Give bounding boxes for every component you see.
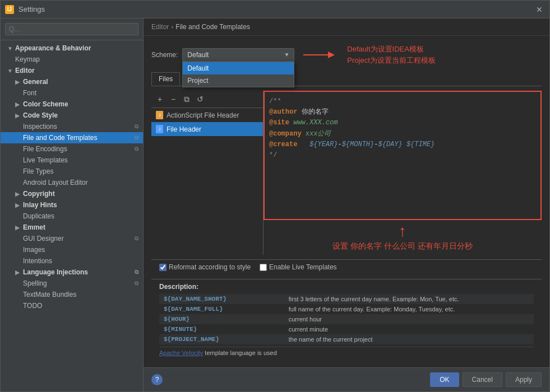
sidebar-item-live-templates[interactable]: Live Templates [1,155,143,166]
code-line: @create ${YEAR}-${MONTH}-${DAY} ${TIME} [269,139,536,150]
sidebar-item-label: File and Code Templates [23,134,98,142]
desc-value: current hour [284,314,534,324]
breadcrumb-root: Editor [151,23,169,31]
sidebar-item-file-encodings[interactable]: File Encodings⧉ [1,143,143,155]
breadcrumb-current: File and Code Templates [175,23,250,31]
description-footer: Apache Velocity template language is use… [159,347,534,358]
apache-velocity-link[interactable]: Apache Velocity [159,349,203,356]
desc-key: ${DAY_NAME_FULL} [159,304,284,314]
sidebar-item-label: Keymap [15,55,40,63]
desc-value: current minute [284,324,534,334]
sidebar-item-copyright[interactable]: ▶Copyright [1,188,143,199]
cancel-button[interactable]: Cancel [463,372,502,387]
sidebar-item-todo[interactable]: TODO [1,300,143,311]
description-panel: Description: ${DAY_NAME_SHORT}first 3 le… [151,279,542,362]
apply-button[interactable]: Apply [506,372,542,387]
search-input[interactable] [5,23,138,35]
sidebar-item-textmate-bundles[interactable]: TextMate Bundles [1,289,143,300]
sidebar-item-editor[interactable]: ▼Editor [1,65,143,76]
sidebar-item-label: Copyright [23,190,55,198]
reset-template-button[interactable]: ↺ [194,93,206,105]
live-templates-checkbox[interactable] [260,264,267,271]
dropdown-option-project[interactable]: Project [183,74,294,87]
scheme-row: Scheme: Default ▼ DefaultProject [151,41,542,68]
sidebar-item-gui-designer[interactable]: GUI Designer⧉ [1,233,143,244]
sidebar-item-spelling[interactable]: Spelling⧉ [1,278,143,289]
sidebar-item-language-injections[interactable]: ▶Language Injections⧉ [1,267,143,278]
arrow-icon: ▶ [15,225,22,231]
search-box [1,18,143,40]
description-row: ${HOUR}current hour [159,314,534,324]
arrow-icon: ▶ [15,202,22,208]
bottom-controls-bar: Reformat according to style Enable Live … [151,259,542,274]
tab-files[interactable]: Files [151,72,180,86]
sidebar-item-label: Language Injections [23,268,88,276]
sidebar-item-label: TextMate Bundles [23,291,76,298]
titlebar: IJ Settings ✕ [1,1,549,18]
sidebar: ▼Appearance & BehaviorKeymap▼Editor▶Gene… [1,18,144,391]
sidebar-item-label: General [23,78,48,86]
description-row: ${PROJECT_NAME}the name of the current p… [159,334,534,344]
sidebar-item-appearance-&-behavior[interactable]: ▼Appearance & Behavior [1,43,143,54]
arrow-icon: ▼ [7,45,14,52]
sidebar-item-inlay-hints[interactable]: ▶Inlay Hints [1,199,143,211]
reformat-checkbox[interactable] [159,264,167,271]
badge-icon: ⧉ [135,280,138,287]
description-title: Description: [159,283,534,291]
description-footer-text: template language is used [203,349,276,356]
sidebar-item-label: Inlay Hints [23,201,57,209]
desc-key: ${DAY_NAME_SHORT} [159,294,284,304]
code-line: */ [269,150,536,161]
add-template-button[interactable]: + [154,93,166,105]
copy-template-button[interactable]: ⧉ [181,93,193,105]
breadcrumb: Editor › File and Code Templates [144,18,549,36]
badge-icon: ⧉ [135,134,138,141]
template-item-label: ActionScript File Header [167,111,239,119]
template-toolbar: + − ⧉ ↺ [151,91,263,108]
live-templates-label: Enable Live Templates [269,263,337,271]
sidebar-item-label: Android Layout Editor [23,179,87,186]
sidebar-item-duplicates[interactable]: Duplicates [1,211,143,222]
dropdown-option-default[interactable]: Default [183,62,294,74]
close-button[interactable]: ✕ [534,4,545,15]
arrow-icon: ▶ [15,113,22,119]
annotation-arrow-svg [303,46,337,63]
desc-value: the name of the current project [284,334,534,344]
badge-icon: ⧉ [135,269,138,276]
sidebar-item-label: Images [23,246,45,254]
template-list-panel: + − ⧉ ↺ JActionScript File HeaderJFile H… [151,91,264,255]
scheme-dropdown-button[interactable]: Default ▼ [182,48,294,62]
sidebar-item-intentions[interactable]: Intentions [1,255,143,267]
settings-window: IJ Settings ✕ ▼Appearance & BehaviorKeym… [0,0,550,392]
code-editor[interactable]: /** @author 你的名字 @site www.XXX.com @comp… [264,91,542,220]
sidebar-item-label: GUI Designer [23,235,64,242]
center-annotation-text: 设置 你的名字 什么公司 还有年月日分秒 [332,241,473,251]
desc-key: ${HOUR} [159,314,284,324]
reformat-checkbox-label[interactable]: Reformat according to style [159,263,251,271]
sidebar-item-android-layout-editor[interactable]: Android Layout Editor [1,177,143,188]
window-title: Settings [19,5,534,13]
template-item[interactable]: JFile Header [151,122,263,136]
sidebar-item-inspections[interactable]: Inspections⧉ [1,121,143,132]
sidebar-item-file-and-code-templates[interactable]: File and Code Templates⧉ [1,132,143,143]
sidebar-item-file-types[interactable]: File Types [1,166,143,177]
description-row: ${DAY_NAME_SHORT}first 3 letters of the … [159,294,534,304]
ok-button[interactable]: OK [430,372,459,387]
help-button[interactable]: ? [151,374,163,385]
code-line: @author 你的名字 [269,107,536,118]
sidebar-item-font[interactable]: Font [1,87,143,99]
main-panel: Editor › File and Code Templates Scheme:… [144,18,549,391]
sidebar-item-label: Inspections [23,123,57,130]
live-templates-checkbox-label[interactable]: Enable Live Templates [260,263,337,271]
sidebar-item-images[interactable]: Images [1,244,143,255]
sidebar-item-emmet[interactable]: ▶Emmet [1,222,143,233]
sidebar-item-label: Appearance & Behavior [15,44,91,52]
sidebar-item-keymap[interactable]: Keymap [1,54,143,65]
template-item[interactable]: JActionScript File Header [151,108,263,122]
chevron-down-icon: ▼ [284,52,289,58]
sidebar-item-code-style[interactable]: ▶Code Style [1,110,143,121]
sidebar-item-color-scheme[interactable]: ▶Color Scheme [1,99,143,110]
annotation-line1: Default为设置IDEA模板 [347,44,435,55]
remove-template-button[interactable]: − [167,93,179,105]
sidebar-item-general[interactable]: ▶General [1,76,143,87]
